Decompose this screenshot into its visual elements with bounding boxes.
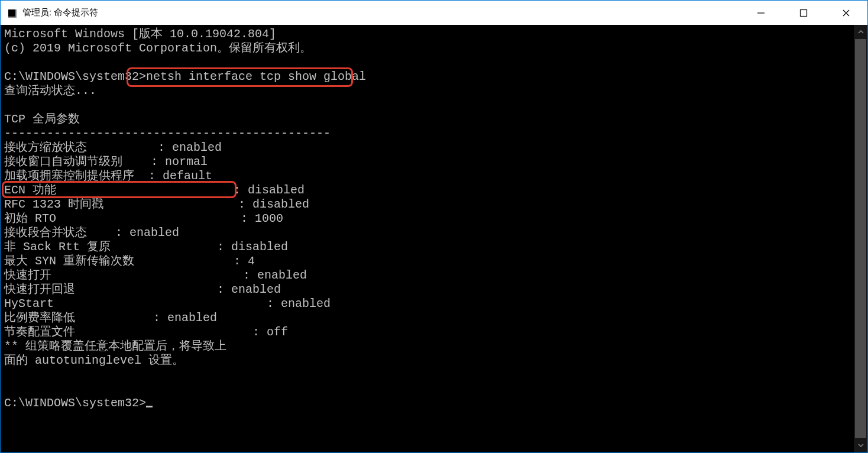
note-line2: 面的 autotuninglevel 设置。 <box>4 354 184 367</box>
svg-rect-0 <box>801 9 807 16</box>
window-controls <box>740 1 867 25</box>
line-query-status: 查询活动状态... <box>4 84 96 98</box>
scroll-thumb[interactable] <box>855 39 866 438</box>
row-recv-scaling: 接收方缩放状态 : enabled <box>4 141 222 154</box>
vertical-scrollbar[interactable] <box>853 25 867 452</box>
scroll-down-button[interactable] <box>854 438 867 452</box>
maximize-icon <box>799 9 808 17</box>
chevron-up-icon <box>858 29 864 35</box>
row-rfc1323: RFC 1323 时间戳 : disabled <box>4 198 309 211</box>
titlebar[interactable]: 管理员: 命令提示符 <box>1 1 867 25</box>
prompt-path: C:\WINDOWS\system32> <box>4 70 146 83</box>
row-fastopen: 快速打开 : enabled <box>4 268 307 282</box>
scroll-up-button[interactable] <box>854 25 867 39</box>
row-max-syn: 最大 SYN 重新传输次数 : 4 <box>4 254 255 268</box>
minimize-button[interactable] <box>740 1 782 25</box>
terminal-area[interactable]: Microsoft Windows [版本 10.0.19042.804] (c… <box>1 25 853 452</box>
cmd-app-icon <box>7 8 17 18</box>
scroll-track[interactable] <box>854 39 867 438</box>
window-title: 管理员: 命令提示符 <box>22 7 98 18</box>
line-version: Microsoft Windows [版本 10.0.19042.804] <box>4 27 276 41</box>
cmd-window: 管理员: 命令提示符 Microsoft Windows [版本 10.0.19… <box>0 0 868 453</box>
row-fastopen-fb: 快速打开回退 : enabled <box>4 283 281 296</box>
maximize-button[interactable] <box>782 1 825 25</box>
row-pacing: 节奏配置文件 : off <box>4 325 288 339</box>
entered-command: netsh interface tcp show global <box>146 70 366 83</box>
row-congestion: 加载项拥塞控制提供程序 : default <box>4 169 212 183</box>
dashes: ----------------------------------------… <box>4 127 331 140</box>
row-hystart: HyStart : enabled <box>4 297 331 310</box>
row-ecn: ECN 功能 : disabled <box>4 183 305 197</box>
row-autotune: 接收窗口自动调节级别 : normal <box>4 155 208 169</box>
row-seg-coalesce: 接收段合并状态 : enabled <box>4 226 179 240</box>
row-prop-rate: 比例费率降低 : enabled <box>4 311 217 325</box>
section-title: TCP 全局参数 <box>4 112 80 126</box>
row-initial-rto: 初始 RTO : 1000 <box>4 212 283 225</box>
note-line1: ** 组策略覆盖任意本地配置后，将导致上 <box>4 339 226 353</box>
prompt-idle: C:\WINDOWS\system32> <box>4 396 146 410</box>
cursor <box>146 406 153 407</box>
row-non-sack: 非 Sack Rtt 复原 : disabled <box>4 240 288 254</box>
close-icon <box>842 9 850 17</box>
chevron-down-icon <box>858 442 864 448</box>
line-copyright: (c) 2019 Microsoft Corporation。保留所有权利。 <box>4 41 312 55</box>
close-button[interactable] <box>825 1 867 25</box>
terminal-output[interactable]: Microsoft Windows [版本 10.0.19042.804] (c… <box>1 25 853 410</box>
content-wrap: Microsoft Windows [版本 10.0.19042.804] (c… <box>1 25 867 452</box>
minimize-icon <box>757 9 765 17</box>
